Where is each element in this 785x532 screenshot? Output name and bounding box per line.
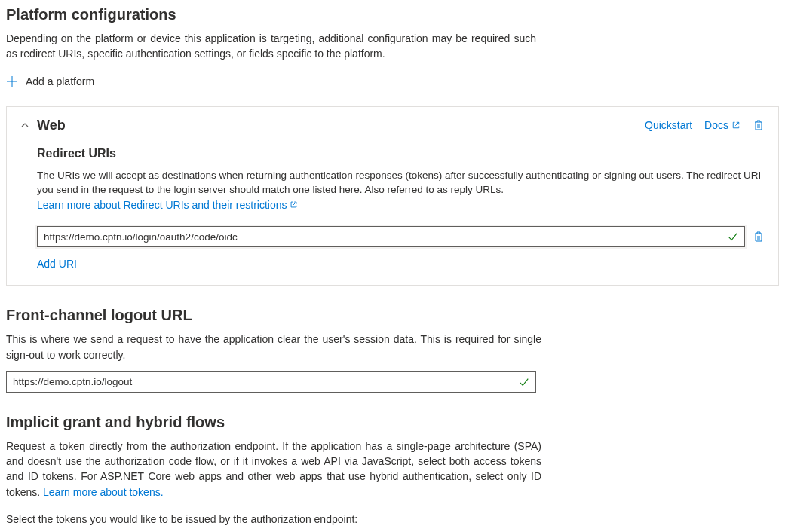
delete-uri-button[interactable] [753,231,765,243]
quickstart-link[interactable]: Quickstart [645,119,692,131]
check-icon [513,377,535,387]
logout-url-input[interactable] [7,373,513,390]
add-uri-button[interactable]: Add URI [37,258,77,270]
external-link-icon [290,200,298,209]
redirect-uri-input[interactable] [38,228,722,246]
redirect-uris-learn-more-link[interactable]: Learn more about Redirect URIs and their… [37,197,298,212]
add-platform-label: Add a platform [26,75,94,87]
external-link-icon [731,121,741,130]
front-channel-title: Front-channel logout URL [6,307,541,324]
delete-platform-button[interactable] [753,119,765,131]
token-select-label: Select the tokens you would like to be i… [6,513,541,525]
trash-icon [753,231,765,243]
redirect-uri-input-wrap [37,226,745,247]
implicit-title: Implicit grant and hybrid flows [6,414,541,431]
platform-config-title: Platform configurations [6,6,779,23]
implicit-section: Implicit grant and hybrid flows Request … [6,414,541,532]
chevron-up-icon[interactable] [20,121,29,130]
add-platform-button[interactable]: Add a platform [6,75,94,87]
front-channel-desc: This is where we send a request to have … [6,332,541,362]
redirect-uri-row [37,226,765,247]
docs-label: Docs [704,119,728,131]
plus-icon [6,75,18,87]
web-platform-card: Web Quickstart Docs Redirect URIs The UR… [6,106,779,286]
logout-url-input-wrap [6,371,536,393]
docs-link[interactable]: Docs [704,119,741,131]
redirect-uris-desc: The URIs we will accept as destinations … [37,168,765,213]
web-card-title: Web [37,118,66,133]
check-icon [722,231,744,242]
platform-config-desc: Depending on the platform or device this… [6,31,536,62]
implicit-learn-more-link[interactable]: Learn more about tokens. [43,485,164,500]
front-channel-section: Front-channel logout URL This is where w… [6,307,541,393]
web-card-header: Web Quickstart Docs [20,118,765,133]
implicit-desc: Request a token directly from the author… [6,439,541,500]
redirect-uris-title: Redirect URIs [37,147,765,161]
trash-icon [753,119,765,131]
